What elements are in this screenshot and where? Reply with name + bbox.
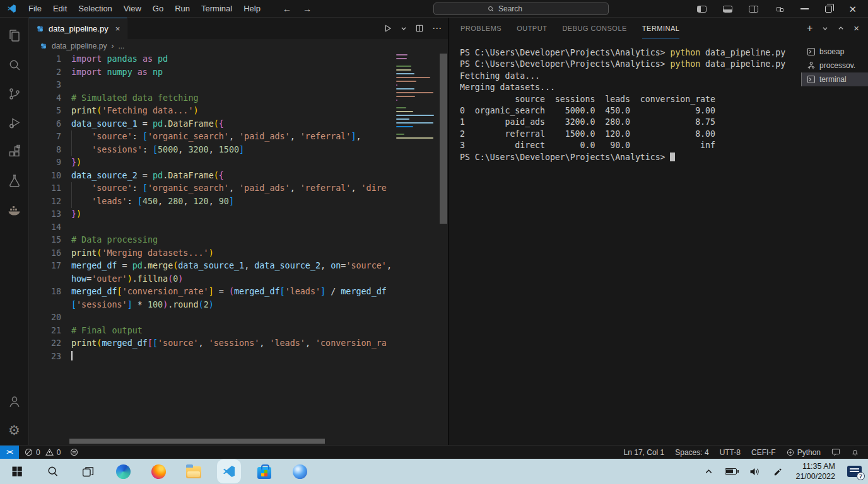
feedback-icon[interactable] <box>831 448 840 456</box>
maximize-panel-chevron-icon[interactable] <box>838 25 844 32</box>
code-line[interactable]: 3 <box>29 79 439 92</box>
code-line[interactable]: ['sessions'] * 100).round(2) <box>29 299 439 312</box>
minimap[interactable] <box>396 54 438 145</box>
terminal-instance-processov-[interactable]: processov. <box>801 59 868 72</box>
breadcrumb-symbol[interactable]: ... <box>118 42 124 50</box>
code-line[interactable]: 4# Simulated data fetching <box>29 92 439 105</box>
notifications-bell-icon[interactable] <box>851 448 859 456</box>
tab-close-icon[interactable]: × <box>115 24 120 33</box>
code-line[interactable]: 16print('Merging datasets...') <box>29 247 439 260</box>
maximize-button[interactable] <box>825 6 832 13</box>
breadcrumb-file[interactable]: data_pipeline.py <box>52 42 107 50</box>
code-line[interactable]: how='outer').fillna(0) <box>29 273 439 286</box>
code-line[interactable]: 17merged_df = pd.merge(data_source_1, da… <box>29 260 439 273</box>
radio-tower-icon[interactable] <box>70 448 78 456</box>
vscode-taskbar-icon[interactable] <box>221 463 237 480</box>
code-line[interactable]: 6data_source_1 = pd.DataFrame({ <box>29 118 439 131</box>
terminal-output[interactable]: PS C:\Users\Developer\Projects\Analytics… <box>449 38 801 445</box>
problems-indicator[interactable]: 0 0 <box>25 448 61 457</box>
remote-indicator[interactable]: >< <box>0 446 19 459</box>
more-actions-icon[interactable]: ⋯ <box>432 23 442 34</box>
nav-forward-icon[interactable]: → <box>303 4 312 14</box>
nav-back-icon[interactable]: ← <box>283 4 291 14</box>
code-line[interactable]: 8 'sessions': [5000, 3200, 1500] <box>29 144 439 157</box>
code-line[interactable]: 5print('Fetching data...') <box>29 105 439 118</box>
activity-account-icon[interactable] <box>0 387 29 416</box>
code-line[interactable]: 20 <box>29 311 439 325</box>
battery-icon[interactable] <box>725 468 737 475</box>
speaker-icon[interactable] <box>749 466 761 477</box>
activity-search-icon[interactable] <box>0 50 29 79</box>
tab-data-pipeline[interactable]: data_pipeline.py × <box>29 18 127 39</box>
panel-tab-problems[interactable]: PROBLEMS <box>460 25 501 38</box>
code-line[interactable]: 1import pandas as pd <box>29 53 439 66</box>
code-line[interactable]: 7 'source': ['organic_search', 'paid_ads… <box>29 130 439 144</box>
menu-view[interactable]: View <box>118 0 147 18</box>
code-line[interactable]: 23 <box>29 350 439 364</box>
menu-file[interactable]: File <box>23 0 47 18</box>
close-window-button[interactable]: ✕ <box>848 4 857 14</box>
activity-settings-icon[interactable]: ⚙ <box>0 416 29 445</box>
minimize-button[interactable] <box>801 8 809 9</box>
terminal-instance-bsoeap[interactable]: bsoeap <box>801 45 868 59</box>
command-search-input[interactable]: Search <box>433 3 609 15</box>
menu-edit[interactable]: Edit <box>47 0 73 18</box>
hidden-icons-chevron-icon[interactable] <box>705 468 713 476</box>
menu-help[interactable]: Help <box>238 0 266 18</box>
activity-explorer-icon[interactable] <box>0 21 29 50</box>
code-line[interactable]: 11 'source': ['organic_search', 'paid_ad… <box>29 182 439 195</box>
taskbar-search-icon[interactable] <box>44 463 61 480</box>
panel-tab-debug-console[interactable]: DEBUG CONSOLE <box>562 25 626 38</box>
taskbar-clock[interactable]: 11:35 AM 21/00/2022 <box>795 461 835 482</box>
indentation[interactable]: Spaces: 4 <box>675 448 708 457</box>
toggle-panel-icon[interactable] <box>723 6 732 13</box>
pen-input-icon[interactable] <box>773 466 783 477</box>
code-line[interactable]: 21# Final output <box>29 325 439 338</box>
code-line[interactable]: 13}) <box>29 208 439 221</box>
eol-sequence[interactable]: CEFI-F <box>751 448 776 457</box>
menu-go[interactable]: Go <box>147 0 169 18</box>
activity-source-control-icon[interactable] <box>0 79 29 108</box>
menu-run[interactable]: Run <box>169 0 196 18</box>
panel-tab-output[interactable]: OUTPUT <box>517 25 547 38</box>
code-line[interactable]: 15# Data processing <box>29 234 439 247</box>
code-line[interactable]: 18merged_df['conversion_rate'] = (merged… <box>29 285 439 299</box>
breadcrumb[interactable]: data_pipeline.py › ... <box>29 39 448 53</box>
microsoft-store-icon[interactable] <box>256 463 273 480</box>
firefox-icon[interactable] <box>150 463 167 480</box>
code-line[interactable]: 9}) <box>29 156 439 170</box>
split-editor-icon[interactable] <box>415 24 424 33</box>
language-mode[interactable]: Python <box>787 448 821 457</box>
activity-testing-icon[interactable] <box>0 166 29 195</box>
activity-run-debug-icon[interactable] <box>0 108 29 137</box>
code-line[interactable]: 22print(merged_df[['source', 'sessions',… <box>29 337 439 350</box>
run-button-icon[interactable] <box>384 24 392 33</box>
panel-tab-terminal[interactable]: TERMINAL <box>642 25 680 38</box>
editor-vertical-scrollbar[interactable] <box>439 53 448 437</box>
notification-center-icon[interactable]: 7 <box>847 466 862 477</box>
file-explorer-icon[interactable] <box>185 463 202 480</box>
task-view-icon[interactable] <box>79 463 96 480</box>
code-line[interactable]: 10data_source_2 = pd.DataFrame({ <box>29 170 439 183</box>
customize-layout-icon[interactable] <box>775 6 784 13</box>
menu-selection[interactable]: Selection <box>73 0 117 18</box>
copilot-icon[interactable] <box>291 463 308 480</box>
cursor-position[interactable]: Ln 17, Col 1 <box>624 448 665 457</box>
code-editor[interactable]: 1import pandas as pd2import numpy as np3… <box>29 53 439 437</box>
terminal-dropdown-chevron-icon[interactable] <box>822 25 828 32</box>
run-dropdown-chevron-icon[interactable] <box>401 25 407 32</box>
code-line[interactable]: 2import numpy as np <box>29 66 439 79</box>
code-line[interactable]: 12 'leads': [450, 280, 120, 90] <box>29 195 439 209</box>
editor-horizontal-scrollbar[interactable] <box>69 439 325 444</box>
code-line[interactable]: 14 <box>29 221 439 234</box>
toggle-secondary-sidebar-icon[interactable] <box>749 6 758 13</box>
toggle-sidebar-icon[interactable] <box>697 6 707 13</box>
close-panel-icon[interactable]: × <box>853 23 859 33</box>
start-button[interactable] <box>9 463 25 480</box>
edge-icon[interactable] <box>115 463 131 480</box>
activity-docker-icon[interactable] <box>0 195 29 224</box>
new-terminal-icon[interactable]: + <box>807 23 812 33</box>
terminal-instance-terminal[interactable]: terminal <box>801 72 868 86</box>
menu-terminal[interactable]: Terminal <box>196 0 238 18</box>
encoding[interactable]: UTT-8 <box>720 448 741 457</box>
